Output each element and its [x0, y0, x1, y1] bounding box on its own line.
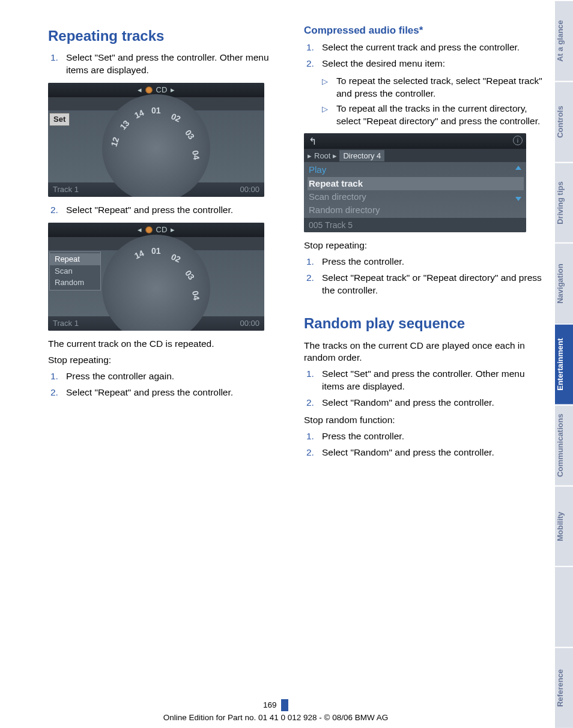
step-number: 1. [304, 430, 322, 443]
chevron-right-icon: ▸ [333, 151, 337, 161]
tab-reference[interactable]: Reference [555, 647, 573, 728]
dial-number: 01 [151, 105, 161, 116]
step-number: 2. [48, 204, 66, 217]
list-item: ▷ To repeat all the tracks in the curren… [304, 103, 543, 128]
screenshot-body: Repeat Scan Random 01 02 03 04 14 [48, 250, 264, 316]
list-item: 1. Select "Set" and press the controller… [304, 368, 543, 393]
stop-repeating-steps: 1. Press the controller again. 2. Select… [48, 370, 287, 399]
dial-number: 14 [133, 107, 146, 121]
stop-repeating-steps-2: 1. Press the controller. 2. Select "Repe… [304, 256, 543, 297]
menu-item-scan: Scan [50, 265, 100, 277]
heading-random-play: Random play sequence [304, 314, 543, 333]
chevron-right-icon: ▸ [171, 224, 175, 235]
disc-icon [145, 86, 153, 94]
info-icon: i [513, 136, 523, 145]
tab-communications[interactable]: Communications [555, 405, 573, 486]
paragraph: Stop repeating: [304, 239, 543, 252]
list-row-play: Play [308, 163, 524, 176]
footer-copyright: Online Edition for Part no. 01 41 0 012 … [0, 712, 551, 723]
list-item: 2. Select "Random" and press the control… [304, 447, 543, 459]
dial-number: 03 [183, 268, 197, 283]
dial-number: 13 [118, 118, 132, 132]
heading-repeating-tracks: Repeating tracks [48, 26, 287, 46]
page-footer: 169 Online Edition for Part no. 01 41 0 … [0, 699, 551, 723]
chevron-right-icon: ▸ [308, 151, 312, 161]
dial-number: 04 [189, 290, 202, 301]
step-text: Select "Random" and press the controller… [322, 397, 543, 409]
screenshot-set-menu: ◂ CD ▸ ◂ CD ▸ Set 01 02 [48, 83, 264, 197]
tab-navigation[interactable]: Navigation [555, 242, 573, 323]
right-column: Compressed audio files* 1. Select the cu… [304, 24, 543, 728]
step-number: 2. [304, 272, 322, 297]
tab-blank: . [555, 566, 573, 647]
step-text: Select the current track and press the c… [322, 41, 543, 54]
repeating-steps-2: 2. Select "Repeat" and press the control… [48, 204, 287, 217]
list-item: ▷ To repeat the selected track, select "… [304, 75, 543, 100]
crumb-current: Directory 4 [339, 150, 384, 162]
scroll-down-icon [515, 197, 521, 201]
set-button: Set [49, 113, 70, 126]
chevron-left-icon: ◂ [138, 85, 142, 95]
step-text: Select "Repeat" and press the controller… [66, 387, 287, 399]
screenshot-directory-menu: ↰ i ▸ Root ▸ Directory 4 Play Repeat tra… [304, 133, 526, 232]
crumb-root: Root [314, 151, 330, 161]
page-number-box [281, 699, 288, 711]
tab-mobility[interactable]: Mobility [555, 486, 573, 567]
chevron-left-icon: ◂ [138, 224, 142, 235]
screenshot-footer: 005 Track 5 [304, 218, 526, 232]
screenshot-header: ↰ i [304, 133, 526, 149]
subheading-compressed-audio: Compressed audio files* [304, 24, 543, 38]
paragraph: The current track on the CD is repeated. [48, 338, 287, 350]
step-text: Select "Set" and press the controller. O… [322, 368, 543, 393]
menu-options-list: ▷ To repeat the selected track, select "… [304, 75, 543, 128]
list-item: 1. Select the current track and press th… [304, 41, 543, 54]
step-number: 2. [304, 58, 322, 70]
list-item: 2. Select "Repeat" and press the control… [48, 387, 287, 399]
tab-controls[interactable]: Controls [555, 81, 573, 162]
page-number: 169 [263, 700, 277, 709]
step-text: Press the controller. [322, 256, 543, 268]
triangle-bullet-icon: ▷ [322, 75, 336, 100]
screenshot-repeat-menu: ◂ CD ▸ ◂ CD ▸ Repeat Scan Ra [48, 223, 264, 331]
stop-random-steps: 1. Press the controller. 2. Select "Rand… [304, 430, 543, 459]
header-label: CD [156, 224, 168, 235]
tab-entertainment[interactable]: Entertainment [555, 323, 573, 405]
dial-number: 03 [183, 127, 197, 142]
step-number: 2. [304, 447, 322, 459]
step-text: Select "Repeat track" or "Repeat directo… [322, 272, 543, 297]
menu-item-random: Random [50, 277, 100, 289]
track-label: Track 1 [53, 318, 79, 329]
directory-list: Play Repeat track Scan directory Random … [304, 162, 526, 218]
context-menu: Repeat Scan Random [49, 251, 101, 290]
step-text: Select "Set" and press the controller. O… [66, 52, 287, 77]
paragraph: Stop random function: [304, 414, 543, 427]
repeating-steps: 1. Select "Set" and press the controller… [48, 52, 287, 77]
time-label: 00:00 [240, 184, 259, 195]
disc-icon [145, 226, 153, 233]
list-item: 2. Select "Random" and press the control… [304, 397, 543, 409]
chevron-right-icon: ▸ [171, 85, 175, 95]
menu-item-repeat: Repeat [50, 253, 100, 265]
step-text: Select "Repeat" and press the controller… [66, 204, 287, 217]
list-item: 2. Select the desired menu item: [304, 58, 543, 70]
list-row-scan-directory: Scan directory [308, 190, 524, 203]
dial-number: 04 [189, 149, 202, 161]
list-item: 2. Select "Repeat track" or "Repeat dire… [304, 272, 543, 297]
list-item: 1. Press the controller. [304, 256, 543, 268]
dial-number: 02 [169, 110, 183, 125]
dial-number: 14 [133, 248, 146, 262]
tab-at-a-glance[interactable]: At a glance [555, 0, 573, 81]
paragraph: The tracks on the current CD are played … [304, 340, 543, 365]
screenshot-body: Set 01 02 03 04 14 13 12 [48, 110, 264, 182]
tab-driving-tips[interactable]: Driving tips [555, 162, 573, 243]
step-number: 1. [304, 41, 322, 54]
step-number: 2. [304, 397, 322, 409]
breadcrumb: ▸ Root ▸ Directory 4 [304, 149, 526, 162]
compressed-steps: 1. Select the current track and press th… [304, 41, 543, 70]
track-label: Track 1 [53, 184, 79, 195]
random-steps: 1. Select "Set" and press the controller… [304, 368, 543, 409]
step-text: Press the controller again. [66, 370, 287, 383]
time-label: 00:00 [240, 318, 259, 329]
step-number: 1. [48, 52, 66, 77]
list-item: 1. Press the controller. [304, 430, 543, 443]
